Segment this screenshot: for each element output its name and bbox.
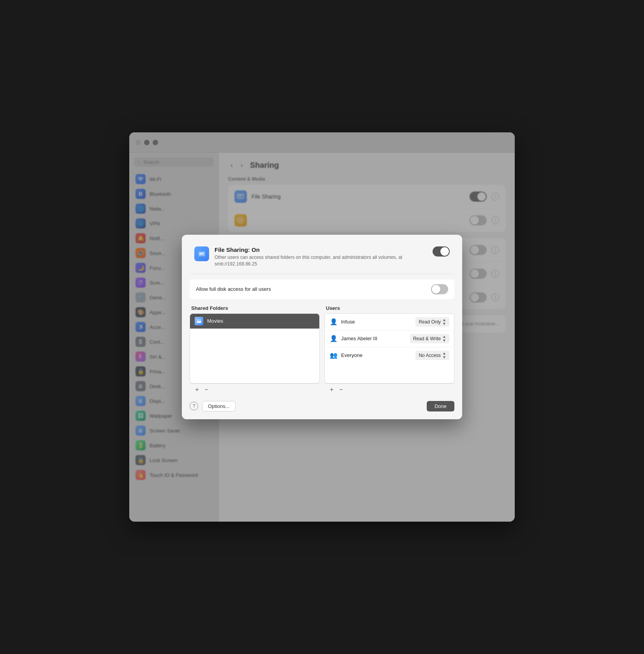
user-row-james[interactable]: 👤 James Abeler III Read & Write ▲ ▼ (325, 331, 454, 347)
user-access-james[interactable]: Read & Write ▲ ▼ (410, 334, 449, 343)
shared-folders-header: Shared Folders (190, 305, 320, 311)
file-sharing-modal: File Sharing: On Other users can access … (182, 235, 462, 419)
modal-title: File Sharing: On (215, 246, 422, 253)
access-stepper-everyone[interactable]: ▲ ▼ (442, 352, 446, 359)
shared-folders-section: Shared Folders Movies (190, 305, 320, 396)
chevron-down-icon-everyone: ▼ (442, 355, 446, 359)
main-layout: ⌕ Wi-Fi B Bluetooth 🌐 Netw... (129, 153, 515, 522)
modal-header-text: File Sharing: On Other users can access … (215, 246, 422, 267)
user-icon-infuse: 👤 (329, 318, 338, 325)
chevron-down-icon-james: ▼ (442, 339, 446, 343)
folder-movies-label: Movies (207, 318, 223, 324)
shared-folders-controls: + − (190, 383, 320, 396)
modal-main-toggle[interactable] (433, 246, 450, 257)
user-icon-james: 👤 (329, 335, 338, 342)
disk-access-toggle-knob (432, 285, 440, 294)
user-icon-everyone: 👥 (329, 352, 338, 359)
modal-toggle-knob (440, 247, 449, 256)
users-list: 👤 Infuse Read Only ▲ ▼ (324, 313, 454, 383)
disk-access-label: Allow full disk access for all users (196, 286, 271, 292)
user-access-infuse[interactable]: Read Only ▲ ▼ (415, 317, 449, 327)
disk-access-toggle[interactable] (431, 284, 448, 294)
help-button[interactable]: ? (190, 402, 198, 410)
add-user-button[interactable]: + (327, 385, 336, 394)
access-stepper-infuse[interactable]: ▲ ▼ (442, 318, 446, 326)
user-access-label-james: Read & Write (413, 336, 441, 341)
modal-file-sharing-icon (194, 246, 209, 261)
disk-access-row: Allow full disk access for all users (190, 280, 454, 299)
remove-user-button[interactable]: − (337, 385, 345, 394)
user-name-james: James Abeler III (341, 336, 407, 341)
svg-rect-6 (197, 320, 201, 323)
user-row-infuse[interactable]: 👤 Infuse Read Only ▲ ▼ (325, 314, 454, 331)
users-section: Users 👤 Infuse Read Only ▲ ▼ (324, 305, 454, 396)
folder-item-movies[interactable]: Movies (190, 314, 319, 329)
options-button[interactable]: Options... (202, 401, 236, 411)
user-name-infuse: Infuse (341, 319, 412, 325)
chevron-down-icon: ▼ (442, 322, 446, 326)
folder-movies-icon (195, 317, 203, 325)
modal-subtitle: Other users can access shared folders on… (215, 254, 422, 267)
user-name-everyone: Everyone (341, 352, 412, 358)
footer-left: ? Options... (190, 401, 236, 411)
users-list-controls: + − (324, 383, 454, 396)
add-folder-button[interactable]: + (193, 385, 201, 394)
svg-rect-5 (199, 252, 205, 256)
done-button[interactable]: Done (427, 401, 454, 411)
access-stepper-james[interactable]: ▲ ▼ (442, 335, 446, 343)
two-col-section: Shared Folders Movies (190, 305, 454, 396)
remove-folder-button[interactable]: − (202, 385, 211, 394)
modal-header: File Sharing: On Other users can access … (190, 243, 454, 274)
modal-footer: ? Options... Done (190, 401, 454, 411)
shared-folders-list: Movies (190, 313, 320, 383)
modal-overlay: File Sharing: On Other users can access … (129, 132, 515, 522)
user-access-everyone[interactable]: No Access ▲ ▼ (415, 351, 449, 360)
user-access-label-infuse: Read Only (419, 319, 441, 325)
user-access-label-everyone: No Access (419, 353, 441, 358)
users-header: Users (324, 305, 454, 311)
system-settings-window: ⌕ Wi-Fi B Bluetooth 🌐 Netw... (129, 132, 515, 522)
user-row-everyone[interactable]: 👥 Everyone No Access ▲ ▼ (325, 347, 454, 364)
